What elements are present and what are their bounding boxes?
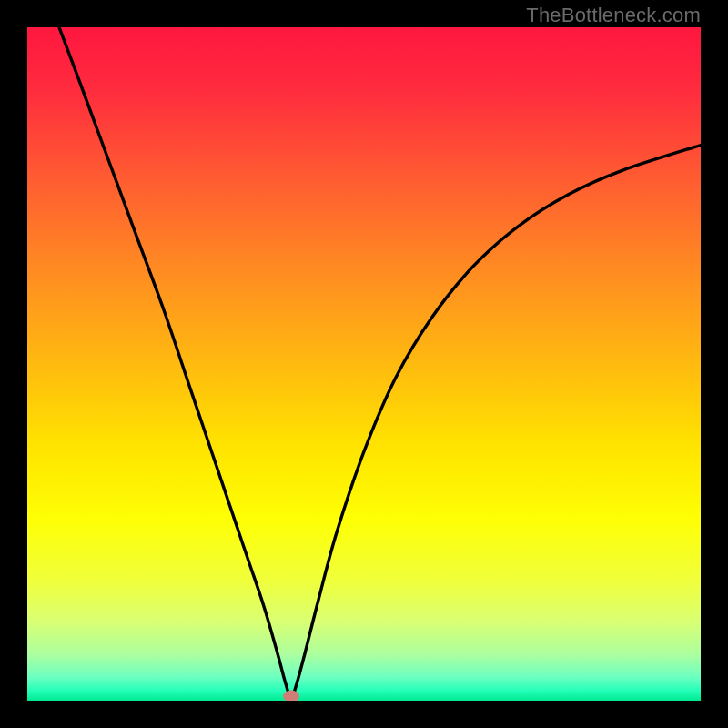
chart-frame	[27, 27, 701, 701]
watermark-text: TheBottleneck.com	[526, 4, 701, 27]
chart-curve	[27, 27, 701, 701]
apex-marker	[283, 690, 299, 701]
